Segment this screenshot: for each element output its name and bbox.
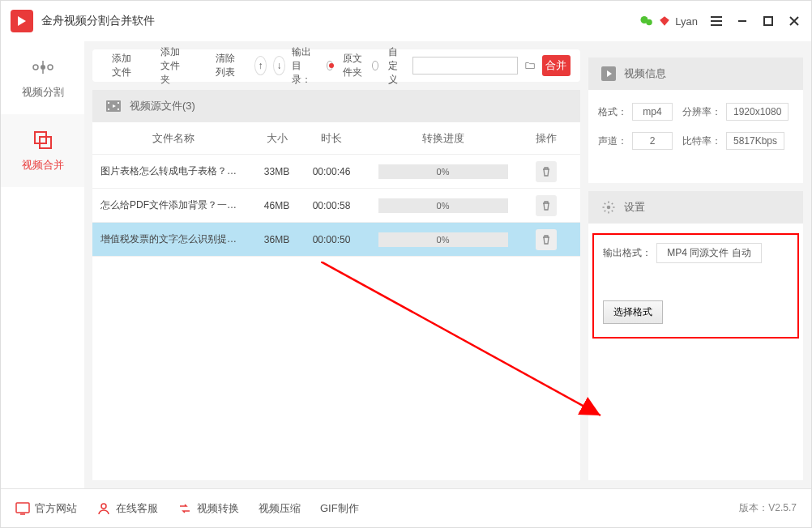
user-info[interactable]: Lyan xyxy=(639,14,698,28)
minimize-button[interactable] xyxy=(735,14,750,28)
version-label: 版本：V2.5.7 xyxy=(739,501,797,515)
radio-original-folder[interactable] xyxy=(327,61,333,70)
play-icon xyxy=(601,66,616,81)
svg-point-5 xyxy=(48,65,53,70)
svg-rect-9 xyxy=(108,102,109,104)
highlight-frame xyxy=(592,233,799,339)
add-file-button[interactable]: 添加文件 xyxy=(102,49,144,83)
menu-icon[interactable] xyxy=(709,14,724,28)
merge-button[interactable]: 合并 xyxy=(542,55,571,76)
settings-title: 设置 xyxy=(624,200,645,215)
col-dur: 时长 xyxy=(299,131,364,146)
app-logo xyxy=(11,10,33,32)
col-prog: 转换进度 xyxy=(364,131,522,146)
username: Lyan xyxy=(675,15,698,28)
svg-point-3 xyxy=(33,65,38,70)
delete-button[interactable] xyxy=(536,229,557,250)
panel-title: 视频源文件(3) xyxy=(130,99,195,113)
table-row[interactable]: 怎么给PDF文件添加背景？一… 46MB 00:00:58 0% xyxy=(92,189,580,223)
split-icon xyxy=(32,56,54,79)
svg-rect-10 xyxy=(108,109,109,110)
official-site-link[interactable]: 官方网站 xyxy=(15,501,77,516)
delete-button[interactable] xyxy=(536,161,557,182)
format-value: mp4 xyxy=(632,103,673,121)
gear-icon xyxy=(601,200,616,215)
toolbar: 添加文件 添加文件夹 清除列表 ↑ ↓ 输出目录： 原文件夹 自定义 合并 xyxy=(92,49,580,82)
maximize-button[interactable] xyxy=(761,14,776,28)
app-title: 金舟视频分割合并软件 xyxy=(41,14,155,28)
sidebar-item-merge[interactable]: 视频合并 xyxy=(1,114,84,187)
video-convert-link[interactable]: 视频转换 xyxy=(177,501,239,516)
svg-rect-16 xyxy=(16,503,29,513)
output-label: 输出目录： xyxy=(292,45,320,87)
resolution-value: 1920x1080 xyxy=(726,103,788,121)
output-path-input[interactable] xyxy=(412,57,518,75)
table-row[interactable]: 增值税发票的文字怎么识别提… 36MB 00:00:50 0% xyxy=(92,223,580,257)
col-size: 大小 xyxy=(254,131,299,146)
info-title: 视频信息 xyxy=(624,66,666,81)
svg-point-17 xyxy=(101,504,106,509)
radio-custom[interactable] xyxy=(372,61,378,70)
move-up-button[interactable]: ↑ xyxy=(254,56,267,75)
col-op: 操作 xyxy=(522,131,571,146)
folder-icon[interactable] xyxy=(524,56,536,75)
diamond-icon xyxy=(659,15,670,27)
wechat-icon xyxy=(639,14,654,28)
svg-point-14 xyxy=(607,206,611,210)
merge-icon xyxy=(32,129,54,151)
video-compress-link[interactable]: 视频压缩 xyxy=(259,501,301,516)
svg-rect-2 xyxy=(764,17,772,25)
svg-point-1 xyxy=(647,19,653,26)
delete-button[interactable] xyxy=(536,195,557,216)
table-row[interactable]: 图片表格怎么转成电子表格？… 33MB 00:00:46 0% xyxy=(92,155,580,189)
add-folder-button[interactable]: 添加文件夹 xyxy=(151,42,199,90)
clear-list-button[interactable]: 清除列表 xyxy=(206,49,248,83)
svg-point-4 xyxy=(41,65,45,70)
bitrate-value: 5817Kbps xyxy=(726,132,784,150)
channel-value: 2 xyxy=(632,132,673,150)
film-icon xyxy=(105,99,122,113)
sidebar-item-split[interactable]: 视频分割 xyxy=(1,41,84,114)
move-down-button[interactable]: ↓ xyxy=(273,56,285,75)
gif-make-link[interactable]: GIF制作 xyxy=(320,501,359,516)
close-button[interactable] xyxy=(787,14,801,28)
col-name: 文件名称 xyxy=(92,131,254,146)
svg-rect-11 xyxy=(118,102,119,104)
online-chat-link[interactable]: 在线客服 xyxy=(96,501,158,516)
svg-rect-12 xyxy=(118,109,119,110)
